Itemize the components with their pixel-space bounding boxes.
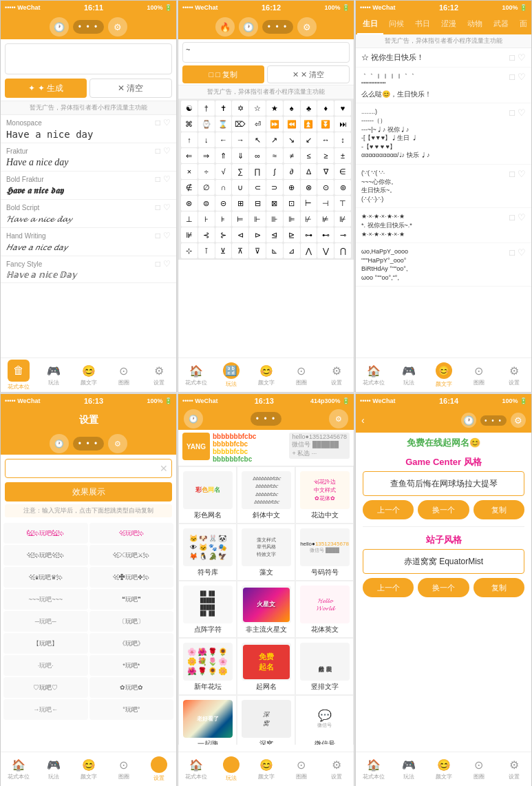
sym-6[interactable]: ★ (266, 101, 283, 116)
fancy-item-15[interactable]: ♡玩吧♡ (3, 677, 88, 698)
settings-icon-4[interactable]: ⚙ (108, 434, 127, 453)
sym-36[interactable]: ≈ (266, 148, 283, 163)
copy-button-2[interactable]: □ □ 复制 (182, 65, 264, 83)
sym-40[interactable]: ± (334, 148, 351, 163)
sym-66[interactable]: ⊠ (266, 196, 283, 211)
fancy-item-10[interactable]: 〔玩吧〕 (89, 611, 174, 632)
sym-60[interactable]: ⊚ (334, 180, 351, 195)
sym-23[interactable]: ← (215, 132, 232, 147)
bday-item-4[interactable]: ('·'( '·'( '·'·~~~心你你。生日快乐~。(·'·(·'·)·'·… (356, 165, 531, 208)
menu-dots-2[interactable]: • • • (262, 20, 293, 34)
sym-75[interactable]: ⊩ (249, 211, 266, 227)
sym-53[interactable]: ∩ (215, 180, 232, 195)
feature-vertical[interactable]: 最酷的行 我是朋友圈 竖排文字 (295, 638, 354, 695)
sym-4[interactable]: ✡ (232, 101, 248, 116)
sym-37[interactable]: ≠ (284, 148, 300, 163)
sym-73[interactable]: ⊧ (215, 211, 232, 227)
nav-settings-4[interactable]: ⚙ 设置 (141, 756, 176, 782)
heart-icon-bday-2[interactable]: ♡ (518, 72, 526, 82)
nav-settings-6[interactable]: ⚙ 设置 (496, 758, 531, 780)
sym-93[interactable]: ⊻ (215, 243, 232, 258)
fancy-item-13[interactable]: ·玩吧· (3, 655, 88, 676)
feature-wechat[interactable]: 💬 微信号 微信号 (295, 695, 354, 745)
heart-icon-bday-1[interactable]: ♡ (518, 52, 526, 63)
settings-icon-5[interactable]: ⚙ (329, 409, 348, 428)
preview-button[interactable]: 效果展示 (5, 482, 172, 501)
feature-flower-en[interactable]: 𝓗𝓮𝓵𝓵𝓸𝓦𝓸𝓻𝓵𝓭 花体英文 (295, 581, 354, 638)
sym-2[interactable]: † (198, 101, 215, 116)
sym-88[interactable]: ⊶ (301, 227, 317, 242)
sym-56[interactable]: ⊃ (266, 180, 283, 195)
sym-62[interactable]: ⊜ (198, 196, 215, 211)
sym-25[interactable]: ↖ (249, 132, 266, 147)
sym-83[interactable]: ⊱ (215, 227, 232, 242)
nav-tricks-4[interactable]: 🎮 玩法 (36, 758, 71, 780)
fancy-item-3[interactable]: ꧁꧂玩吧꧁꧂ (3, 545, 88, 566)
nav-emoji-6[interactable]: 😊 颜文字 (426, 758, 461, 780)
nav-circle-5[interactable]: ⊙ 图圈 (284, 758, 319, 780)
bday-item-5[interactable]: ★·×·★·×·★·×·★*. 祝你生日快乐~.*★·×·★·×·★·×·★ □… (356, 208, 531, 243)
sym-98[interactable]: ⋀ (301, 243, 317, 258)
sym-39[interactable]: ≥ (317, 148, 334, 163)
sym-61[interactable]: ⊛ (181, 196, 198, 211)
feature-algae[interactable]: 藻文样式草书风格特效文字 藻文 (237, 524, 295, 581)
font-item-monospace[interactable]: Monospace □ ♡ Have a nice day (1, 115, 176, 143)
sym-28[interactable]: ↙ (301, 132, 317, 147)
sym-87[interactable]: ⊵ (284, 227, 300, 242)
history-icon-2[interactable]: 🕐 (239, 17, 258, 37)
sym-27[interactable]: ↘ (284, 132, 300, 147)
sym-59[interactable]: ⊙ (317, 180, 334, 195)
sym-82[interactable]: ⊰ (198, 227, 215, 242)
copy-icon-fraktur[interactable]: □ (156, 146, 160, 156)
font-item-bold-fraktur[interactable]: Bold Fraktur □ ♡ 𝕳𝖆𝖛𝖊 𝖆 𝖓𝖎𝖈𝖊 𝖉𝖆𝖞 (1, 172, 176, 200)
bday-item-3[interactable]: ........)------（）---~|~♩♪ 祝你♩♪-[【♥▼♥】♩生日… (356, 103, 531, 165)
sym-80[interactable]: ⊮ (334, 211, 351, 227)
nav-circle-2[interactable]: ⊙ 图圈 (284, 364, 319, 386)
font-item-handwriting[interactable]: Hand Writing □ ♡ 𝘏𝘢𝘷𝘦 𝘢 𝘯𝘪𝘤𝘦 𝘥𝘢𝘺 (1, 228, 176, 256)
sym-26[interactable]: ↗ (266, 132, 283, 147)
heart-icon-monospace[interactable]: ♡ (163, 118, 171, 127)
nav-circle-4[interactable]: ⊙ 图圈 (106, 758, 141, 780)
sym-89[interactable]: ⊷ (317, 227, 334, 242)
heart-icon-bday-3[interactable]: ♡ (518, 107, 526, 118)
sym-5[interactable]: ☆ (249, 101, 266, 116)
sym-86[interactable]: ⊴ (266, 227, 283, 242)
sym-13[interactable]: ⌛ (215, 116, 232, 132)
sym-20[interactable]: ⏭ (334, 116, 351, 132)
nav-circle-6[interactable]: ⊙ 图圈 (461, 758, 496, 780)
feature-flower-chinese[interactable]: ꧁花꧂边中文样式✿花体✿ 花边中文 (295, 466, 354, 524)
tab-faces[interactable]: 面 (514, 14, 531, 34)
sym-94[interactable]: ⊼ (232, 243, 248, 258)
prev-button-2[interactable]: 上一个 (363, 578, 414, 597)
fancy-item-18[interactable]: °玩吧° (89, 699, 174, 720)
heart-icon-fraktur[interactable]: ♡ (163, 146, 171, 156)
copy-icon-bold-fraktur[interactable]: □ (156, 174, 160, 184)
nav-fancy-5[interactable]: 🏠 花式本位 (178, 758, 213, 780)
sym-81[interactable]: ⊯ (181, 227, 198, 242)
sym-34[interactable]: ⇓ (232, 148, 248, 163)
feature-deep[interactable]: 深窝 深窝 (237, 695, 295, 745)
sym-10[interactable]: ♥ (334, 101, 351, 116)
sym-41[interactable]: × (181, 164, 198, 179)
sym-12[interactable]: ⌚ (198, 116, 215, 132)
feature-hai[interactable]: 老好看了 一起嗨 (178, 695, 237, 745)
sym-54[interactable]: ∪ (232, 180, 248, 195)
feature-newyear[interactable]: 🌸🌺🌹🌻 🌼💐🌷🌸 🌺🌹🌻🌼 新年花坛 (178, 638, 237, 695)
fancy-item-12[interactable]: 《玩吧》 (89, 633, 174, 654)
nav-fancy-6[interactable]: 🏠 花式本位 (356, 758, 391, 780)
copy-icon-handwriting[interactable]: □ (156, 231, 160, 240)
sym-35[interactable]: ∞ (249, 148, 266, 163)
sym-29[interactable]: ↔ (317, 132, 334, 147)
font-item-bold-script[interactable]: Bold Script □ ♡ 𝓗𝓪𝓿𝓮 𝓪 𝓷𝓲𝓬𝓮 𝓭𝓪𝔂 (1, 200, 176, 228)
heart-icon-bday-4[interactable]: ♡ (518, 169, 526, 179)
nav-fancy-4[interactable]: 🏠 花式本位 (1, 758, 36, 780)
s2-input[interactable]: ~ (182, 42, 350, 63)
tab-weapons[interactable]: 武器 (488, 14, 514, 34)
nav-settings-5[interactable]: ⚙ 设置 (319, 758, 354, 780)
tab-book[interactable]: 书日 (409, 14, 436, 34)
sym-45[interactable]: ∏ (249, 164, 266, 179)
sym-49[interactable]: ∇ (317, 164, 334, 179)
copy-icon-bday-6[interactable]: □ (509, 247, 515, 258)
sym-3[interactable]: ✝ (215, 101, 232, 116)
nav-tricks-3[interactable]: 🎮 玩法 (391, 364, 426, 386)
